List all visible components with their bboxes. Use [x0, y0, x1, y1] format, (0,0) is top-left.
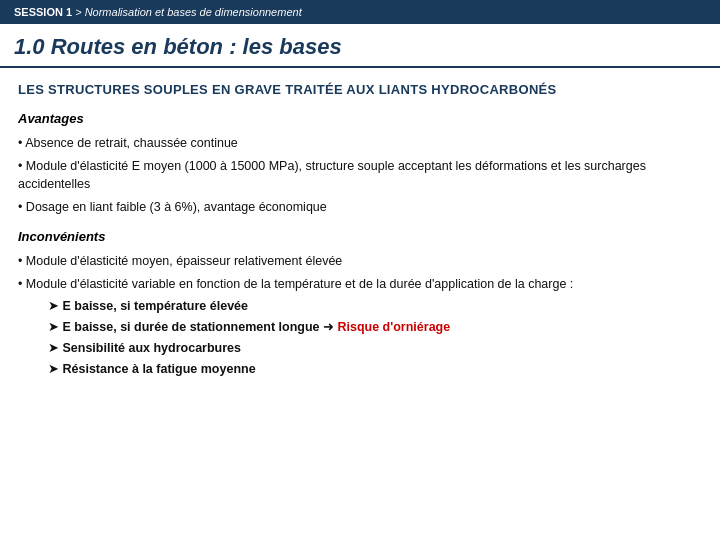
section-title: LES STRUCTURES SOUPLES EN GRAVE TRAITÉE …: [18, 82, 702, 97]
sub-bullet-text: Résistance à la fatigue moyenne: [62, 362, 255, 376]
risk-text: Risque d'orniérage: [337, 320, 450, 334]
breadcrumb-separator: >: [75, 6, 84, 18]
sub-bullet-item: E baisse, si durée de stationnement long…: [48, 318, 702, 336]
sub-bullet-text: Sensibilité aux hydrocarbures: [62, 341, 241, 355]
arrow-icon: ➜: [323, 320, 337, 334]
inconvenients-list: Module d'élasticité moyen, épaisseur rel…: [18, 252, 702, 379]
breadcrumb-text: Normalisation et bases de dimensionnemen…: [85, 6, 302, 18]
list-item: Module d'élasticité moyen, épaisseur rel…: [18, 252, 702, 270]
list-item: Absence de retrait, chaussée continue: [18, 134, 702, 152]
inconvenients-section: Inconvénients Module d'élasticité moyen,…: [18, 229, 702, 379]
list-item: Dosage en liant faible (3 à 6%), avantag…: [18, 198, 702, 216]
sub-bullet-item: Résistance à la fatigue moyenne: [48, 360, 702, 378]
list-item: Module d'élasticité E moyen (1000 à 1500…: [18, 157, 702, 193]
header-bar: SESSION 1 > Normalisation et bases de di…: [0, 0, 720, 24]
page-title: 1.0 Routes en béton : les bases: [14, 34, 706, 60]
main-content: LES STRUCTURES SOUPLES EN GRAVE TRAITÉE …: [0, 68, 720, 404]
avantages-list: Absence de retrait, chaussée continue Mo…: [18, 134, 702, 217]
list-item-multiline: Module d'élasticité variable en fonction…: [18, 275, 702, 379]
inconvenients-heading: Inconvénients: [18, 229, 702, 244]
sub-bullet-text: E baisse, si durée de stationnement long…: [62, 320, 319, 334]
sub-bullet-item: E baisse, si température élevée: [48, 297, 702, 315]
avantages-heading: Avantages: [18, 111, 702, 126]
sub-bullet-item: Sensibilité aux hydrocarbures: [48, 339, 702, 357]
session-label: SESSION 1: [14, 6, 72, 18]
sub-bullet-text: E baisse, si température élevée: [62, 299, 248, 313]
inconvenient-text: Module d'élasticité variable en fonction…: [26, 277, 573, 291]
sub-bullets-list: E baisse, si température élevée E baisse…: [48, 297, 702, 379]
avantages-section: Avantages Absence de retrait, chaussée c…: [18, 111, 702, 217]
page-title-section: 1.0 Routes en béton : les bases: [0, 24, 720, 68]
